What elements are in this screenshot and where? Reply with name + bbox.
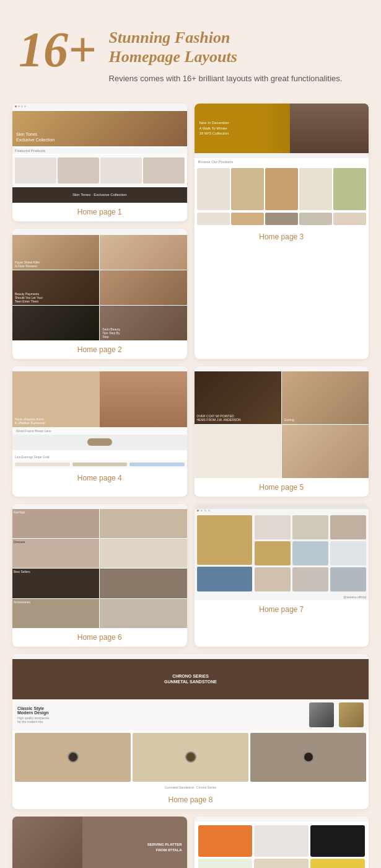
nav-dot [204,510,206,512]
header-title: Stunning Fashion Homepage Layouts [109,28,343,66]
hp8-section: Classic StyleModern Design High quality … [12,699,369,730]
card-homepage-4[interactable]: New shades fromK.Walker Eyewear Wood Fra… [12,366,187,497]
hp6-cell-accessories: Accessories [12,599,99,628]
hp10-grid [195,822,369,868]
hp2-img: Beauty PaymentsShould You Let YourTeen E… [12,270,99,305]
hp8-nav [12,654,369,659]
card-homepage-7[interactable]: @reviens.official Home page 7 [195,504,369,647]
hp7-item [292,567,328,591]
header-text-block: Stunning Fashion Homepage Layouts Revien… [109,25,343,85]
card-homepage-1[interactable]: Skin TonesExclusive Collection Featured … [12,104,187,221]
hp2-text: Beauty PaymentsShould You Let YourTeen E… [15,292,43,303]
hp3-prod [333,213,366,225]
nav-dot [18,105,20,107]
preview-homepage-10: @reviens.official [195,817,369,868]
card-label-3: Home page 3 [195,228,369,246]
mockup-hp4: New shades fromK.Walker Eyewear Wood Fra… [12,366,187,469]
product-thumb [15,157,56,184]
hp9-top-text: SERVING PLATTERFROM IITTALA [147,842,182,852]
hp4-nav [12,366,187,371]
mockup-hp6: Earrings Dresses Best Sellers Accessorie… [12,504,187,628]
card-homepage-2[interactable]: Hyper Street KillerIs Now 'Reviens' Beau… [12,229,187,359]
hp7-item [330,541,366,565]
hp7-item [197,515,253,565]
hp6-cell-shoe [100,569,186,598]
hp5-nav [195,366,369,371]
preview-homepage-5: OVER COAT W/ POINTEDHEMS FROM J.W. ANDER… [195,366,369,478]
hp5-grid: OVER COAT W/ POINTEDHEMS FROM J.W. ANDER… [195,371,369,478]
hp10-item [254,859,309,868]
hp4-sunglass [12,435,187,450]
preview-homepage-1: Skin TonesExclusive Collection Featured … [12,104,187,203]
mockup-hp7: @reviens.official [195,504,369,600]
nav-dot [21,105,23,107]
hp1-hero-text: Skin TonesExclusive Collection [16,131,55,143]
hp4-acc-item [72,463,128,466]
card-homepage-3[interactable]: New In DecemberA Walk To Winter18 W/S Co… [195,104,369,359]
hp2-grid: Hyper Street KillerIs Now 'Reviens' Beau… [12,235,187,340]
nav-dot [24,105,26,107]
hp7-item [330,567,366,591]
card-homepage-8[interactable]: CHRONO SERIESGUNMETAL SANDSTONE Classic … [12,654,369,809]
hp5-cell: Earring [282,371,369,425]
nav-dot [208,510,210,512]
hp7-item [255,515,291,539]
preview-homepage-8: CHRONO SERIESGUNMETAL SANDSTONE Classic … [12,654,369,790]
hp2-text: Sedu BeautyTips Step ByStep [102,327,120,339]
hp3-prod [265,213,298,225]
card-label-5: Home page 5 [195,478,369,497]
hp3-hero-text: New In DecemberA Walk To Winter18 W/S Co… [195,115,234,141]
hp5-cell-text: Earring [284,418,294,422]
hp7-item [255,567,291,591]
hp4-sub-text: Wood Frame Brown Lens [12,427,187,435]
card-homepage-6[interactable]: Earrings Dresses Best Sellers Accessorie… [12,504,187,647]
hp6-cell [100,509,186,538]
hp3-prod [197,213,230,225]
hp4-person [100,371,187,427]
hp10-item [254,825,309,857]
hp6-grid: Earrings Dresses Best Sellers Accessorie… [12,509,187,628]
hp3-prod [231,213,264,225]
hp10-item [310,825,365,857]
hp3-row2 [195,213,369,228]
hp3-browse-label: Browse Our Products [195,158,369,166]
hp3-prod [299,213,332,225]
hp4-acc-item [129,463,185,466]
hp2-img [100,270,186,305]
hp6-cell-earrings: Earrings [12,509,99,538]
hp3-prod [231,168,264,210]
hp2-nav [12,229,187,235]
hp2-text: Hyper Street KillerIs Now 'Reviens' [15,260,40,268]
nav-dot [197,510,199,512]
hp1-nav [12,104,187,110]
card-homepage-5[interactable]: OVER COAT W/ POINTEDHEMS FROM J.W. ANDER… [195,366,369,497]
hp1-featured-label: Featured Products [12,148,187,154]
mockup-hp8: CHRONO SERIESGUNMETAL SANDSTONE Classic … [12,654,369,790]
hp1-products [12,155,187,186]
product-thumb [143,157,185,184]
hp1-hero: Skin TonesExclusive Collection [12,111,187,146]
hp2-img: Hyper Street KillerIs Now 'Reviens' [12,235,99,270]
card-homepage-9[interactable]: SERVING PLATTERFROM IITTALA THE STERLING… [12,817,187,868]
hp3-prod [197,168,230,210]
product-thumb [100,157,142,184]
hp7-left [197,515,253,591]
hp4-hero: New shades fromK.Walker Eyewear [12,371,187,427]
hp7-item [330,515,366,539]
hp1-hero-img: Skin TonesExclusive Collection [12,111,187,146]
hp4-hero-text: New shades fromK.Walker Eyewear [15,417,45,425]
card-label-1: Home page 1 [12,203,187,221]
hp3-nav-bar [195,153,369,158]
homepage-grid: Skin TonesExclusive Collection Featured … [0,97,381,868]
card-homepage-10[interactable]: @reviens.official Home page 10 [195,817,369,868]
hp7-nav [195,504,369,509]
watch-face [303,751,314,763]
card-label-8: Home page 8 [12,790,369,809]
card-label-6: Home page 6 [12,628,187,647]
header-section: 16+ Stunning Fashion Homepage Layouts Re… [0,0,381,97]
card-label-2: Home page 2 [12,340,187,359]
mockup-hp2: Hyper Street KillerIs Now 'Reviens' Beau… [12,229,187,340]
nav-dot [201,510,203,512]
header-number: 16+ [19,25,97,74]
mockup-hp3: New In DecemberA Walk To Winter18 W/S Co… [195,104,369,228]
